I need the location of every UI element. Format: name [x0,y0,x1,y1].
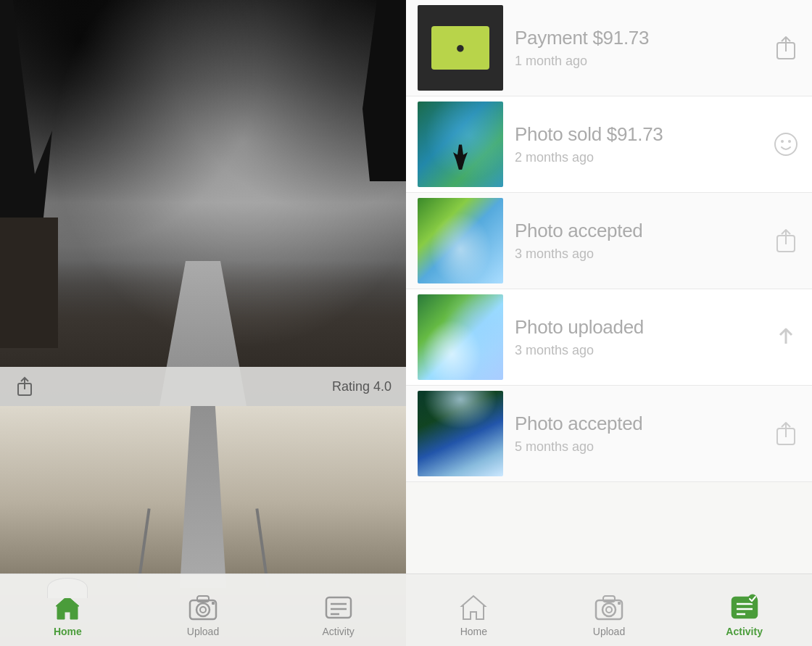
activity-thumb-photo-uploaded [418,294,503,380]
share-button-left[interactable] [14,375,35,398]
svg-point-14 [788,140,791,143]
share-action-accepted-1[interactable] [771,226,800,255]
nav-item-home-right[interactable]: Home [430,591,517,640]
nav-label-activity-right: Activity [726,626,763,637]
share-action-payment[interactable] [771,33,800,62]
svg-point-19 [602,603,616,616]
activity-item-payment[interactable]: Payment $91.73 1 month ago [406,0,812,96]
activity-thumb-payment [418,5,503,91]
svg-marker-17 [462,596,485,619]
svg-point-3 [196,603,210,616]
left-panel: Rating 4.0 Home [0,0,406,646]
share-action-accepted-2[interactable] [771,419,800,448]
svg-marker-1 [56,596,79,619]
activity-title-payment: Payment $91.73 [515,27,760,49]
activity-icon-right [729,591,761,623]
right-bottom-nav: Home Upload [406,573,812,646]
home-icon-right [457,591,489,623]
rating-text: Rating 4.0 [332,379,392,394]
activity-info-photo-uploaded: Photo uploaded 3 months ago [515,316,760,358]
activity-thumb-photo-accepted-2 [418,391,503,476]
smiley-action[interactable] [771,130,800,159]
nav-item-upload-left[interactable]: Upload [160,591,246,640]
left-bottom-nav: Home Upload [0,573,406,646]
activity-thumb-photo-accepted-1 [418,198,503,283]
activity-info-photo-accepted-1: Photo accepted 3 months ago [515,220,760,262]
svg-point-4 [200,607,206,613]
nav-item-home-left[interactable]: Home [24,591,111,640]
activity-info-payment: Payment $91.73 1 month ago [515,27,760,69]
activity-thumb-photo-sold [418,102,503,187]
tracks-decoration [174,406,232,588]
activity-title-photo-accepted-2: Photo accepted [515,413,760,435]
photo-rating-bar: Rating 4.0 [0,367,406,406]
activity-title-photo-uploaded: Photo uploaded [515,316,760,339]
activity-time-photo-accepted-2: 5 months ago [515,439,760,455]
activity-item-photo-accepted-2[interactable]: Photo accepted 5 months ago [406,386,812,482]
svg-rect-6 [212,602,215,605]
activity-time-photo-sold: 2 months ago [515,150,760,165]
svg-point-13 [781,140,784,143]
upload-action[interactable] [771,323,800,352]
photo-top[interactable]: Rating 4.0 [0,0,406,406]
nav-item-activity-left[interactable]: Activity [295,591,382,640]
activity-time-photo-uploaded: 3 months ago [515,343,760,358]
money-flag-icon [431,26,489,70]
activity-title-photo-sold: Photo sold $91.73 [515,123,760,146]
activity-info-photo-sold: Photo sold $91.73 2 months ago [515,123,760,165]
nav-item-upload-right[interactable]: Upload [566,591,652,640]
nav-label-upload-right: Upload [593,626,625,637]
svg-point-20 [606,607,612,613]
upload-camera-icon-right [593,591,625,623]
activity-list: Payment $91.73 1 month ago Photo sold $9… [406,0,812,573]
activity-item-photo-sold[interactable]: Photo sold $91.73 2 months ago [406,96,812,193]
wall-decoration [0,218,58,348]
nav-item-activity-right[interactable]: Activity [701,591,788,640]
upload-camera-icon [187,591,219,623]
activity-icon-left [323,591,355,623]
svg-rect-22 [618,602,621,605]
nav-label-upload-left: Upload [187,626,219,637]
nav-label-home-right: Home [460,626,487,637]
right-panel: Payment $91.73 1 month ago Photo sold $9… [406,0,812,646]
activity-time-payment: 1 month ago [515,54,760,69]
activity-item-photo-uploaded[interactable]: Photo uploaded 3 months ago [406,289,812,386]
nav-bump [47,578,88,598]
activity-item-photo-accepted-1[interactable]: Photo accepted 3 months ago [406,193,812,289]
nav-label-activity-left: Activity [322,626,354,637]
activity-time-photo-accepted-1: 3 months ago [515,247,760,262]
activity-title-photo-accepted-1: Photo accepted [515,220,760,242]
svg-point-12 [775,133,797,155]
nav-label-home-left: Home [54,626,82,637]
activity-info-photo-accepted-2: Photo accepted 5 months ago [515,413,760,455]
